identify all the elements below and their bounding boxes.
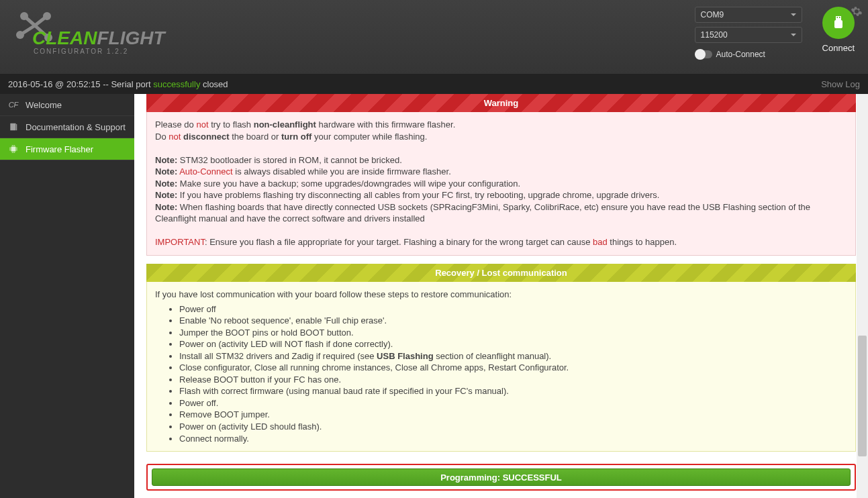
warning-body: Please do not try to flash non-cleanflig… <box>146 112 856 256</box>
logo-text-light: FLIGHT <box>97 28 166 48</box>
content-area: Warning Please do not try to flash non-c… <box>134 94 868 498</box>
welcome-icon: CF <box>8 101 19 109</box>
recovery-panel: Recovery / Lost communication If you hav… <box>146 264 856 452</box>
status-highlight: Programming: SUCCESSFUL <box>146 464 856 491</box>
auto-connect-toggle[interactable] <box>695 50 712 58</box>
usb-icon <box>830 15 847 31</box>
connect-button[interactable] <box>822 7 855 39</box>
list-item: Flash with correct firmware (using manua… <box>179 385 847 397</box>
svg-rect-8 <box>839 17 840 18</box>
sidebar: CF Welcome Documentation & Support Firmw… <box>0 94 134 498</box>
tab-docs[interactable]: Documentation & Support <box>0 116 134 138</box>
list-item: Enable 'No reboot sequence', enable 'Ful… <box>179 315 847 327</box>
warning-panel: Warning Please do not try to flash non-c… <box>146 94 856 256</box>
list-item: Close configurator, Close all running ch… <box>179 362 847 374</box>
list-item: Release BOOT button if your FC has one. <box>179 374 847 386</box>
logo: CLEANFLIGHT CONFIGURATOR 1.2.2 <box>0 0 195 74</box>
svg-rect-12 <box>11 147 16 152</box>
list-item: Remove BOOT jumper. <box>179 409 847 421</box>
tab-firmware-flasher[interactable]: Firmware Flasher <box>0 138 134 160</box>
port-select[interactable]: COM9 <box>695 7 802 23</box>
recovery-body: If you have lost communication with your… <box>146 282 856 452</box>
svg-rect-7 <box>836 17 838 18</box>
svg-rect-6 <box>836 16 841 20</box>
warning-title: Warning <box>146 94 856 112</box>
settings-icon[interactable] <box>851 5 863 20</box>
svg-rect-10 <box>10 123 15 131</box>
svg-text:CLEANFLIGHT: CLEANFLIGHT <box>32 28 166 48</box>
log-message: 2016-05-16 @ 20:52:15 -- Serial port suc… <box>8 79 228 89</box>
svg-rect-9 <box>834 20 842 28</box>
list-item: Power on (activity LED should flash). <box>179 421 847 433</box>
list-item: Power off <box>179 303 847 315</box>
scrollbar[interactable] <box>857 94 868 498</box>
svg-rect-11 <box>16 124 17 130</box>
list-item: Install all STM32 drivers and Zadig if r… <box>179 350 847 362</box>
list-item: Power on (activity LED will NOT flash if… <box>179 338 847 350</box>
baud-select[interactable]: 115200 <box>695 27 802 43</box>
port-controls: COM9 115200 Auto-Connect <box>695 7 802 59</box>
chip-icon <box>8 144 19 154</box>
app-header: CLEANFLIGHT CONFIGURATOR 1.2.2 COM9 1152… <box>0 0 868 74</box>
auto-connect-label: Auto-Connect <box>716 50 765 59</box>
tab-welcome[interactable]: CF Welcome <box>0 94 134 116</box>
programming-status: Programming: SUCCESSFUL <box>152 468 851 486</box>
connect-label: Connect <box>822 43 855 53</box>
logo-text-bold: CLEAN <box>32 28 97 48</box>
docs-icon <box>8 122 19 132</box>
list-item: Jumper the BOOT pins or hold BOOT button… <box>179 327 847 339</box>
recovery-title: Recovery / Lost communication <box>146 264 856 282</box>
list-item: Connect normally. <box>179 433 847 445</box>
show-log-link[interactable]: Show Log <box>821 79 860 89</box>
log-bar: 2016-05-16 @ 20:52:15 -- Serial port suc… <box>0 74 868 94</box>
list-item: Power off. <box>179 397 847 409</box>
svg-text:CONFIGURATOR  1.2.2: CONFIGURATOR 1.2.2 <box>34 48 128 55</box>
